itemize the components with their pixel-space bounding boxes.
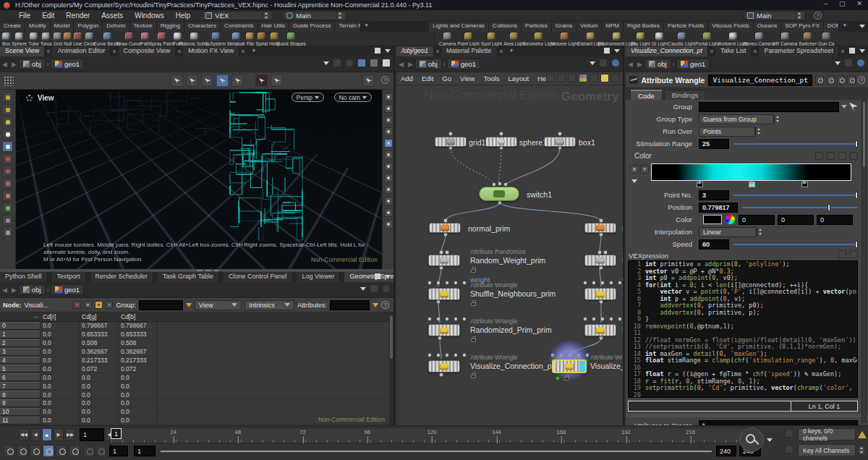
menu-edit[interactable]: Edit <box>36 12 60 20</box>
ramp-delete-point-button[interactable]: × <box>630 165 639 174</box>
key-all-channels-dropdown[interactable]: Key All Channels <box>798 444 856 456</box>
sticky-note-icon[interactable] <box>600 74 609 82</box>
frame-range-icon[interactable] <box>56 445 67 457</box>
ramp-move-icon[interactable] <box>827 152 835 160</box>
back-icon[interactable]: ◀ <box>628 61 633 68</box>
interpolation-dropdown[interactable]: Linear <box>699 227 757 237</box>
pane-menu-icon[interactable] <box>859 49 865 53</box>
path-obj[interactable]: obj <box>19 59 46 69</box>
shadows-icon[interactable] <box>384 150 393 159</box>
right-main-selector[interactable]: Main <box>744 11 806 20</box>
node-visualize-connection-prim[interactable] <box>428 360 460 372</box>
shelf-tab[interactable]: Collisions <box>489 22 522 32</box>
node-random-weight-prim-right[interactable] <box>584 255 616 266</box>
play-reverse-button[interactable]: ◀ <box>30 428 41 441</box>
section-divider[interactable] <box>626 414 868 417</box>
cell-cdr[interactable]: 0.0 <box>41 348 80 356</box>
node-randomized-prim-prim-right[interactable] <box>584 324 616 336</box>
ramp-scale-icon[interactable] <box>838 152 846 160</box>
material-icon[interactable] <box>384 127 393 136</box>
group-dropdown-icon[interactable] <box>841 105 847 108</box>
playback-options-icon[interactable] <box>69 445 80 457</box>
back-icon[interactable]: ◀ <box>2 61 7 68</box>
node-box1[interactable] <box>544 137 576 147</box>
parameter-help-icon[interactable]: ? <box>858 76 865 84</box>
brush-icon[interactable] <box>826 75 835 85</box>
handles-tool-icon[interactable] <box>186 74 198 87</box>
node-shuffle-neighbours-prim-right[interactable] <box>584 288 616 300</box>
tab-textport[interactable]: Textport <box>52 272 86 282</box>
row-index[interactable]: 7 <box>0 382 41 390</box>
pointer-highlight-icon[interactable] <box>95 301 103 309</box>
cell-cdb[interactable]: 0.0 <box>119 373 158 381</box>
node-shuffle-neighbours-prim[interactable] <box>428 288 460 300</box>
node-random-weight-prim[interactable] <box>428 255 460 266</box>
tab-take-list[interactable]: Take List <box>715 46 752 56</box>
path-geo1[interactable]: geo1 <box>51 59 84 69</box>
render-view-icon[interactable] <box>255 74 268 87</box>
pointer-icon[interactable] <box>2 129 13 140</box>
group-filter-input[interactable] <box>139 300 183 310</box>
row-index[interactable]: 8 <box>0 391 41 399</box>
pose-icon[interactable] <box>2 190 13 201</box>
view-tool-icon[interactable] <box>2 92 13 103</box>
filter-icon[interactable] <box>373 303 378 307</box>
scene-viewport[interactable]: View Persp No cam Left mouse tumbles. Mi… <box>16 90 385 269</box>
wireframe-icon[interactable] <box>384 174 393 182</box>
shelf-overflow-icon[interactable] <box>859 25 865 28</box>
play-flipbook-icon[interactable] <box>611 74 620 82</box>
jump-to-start-button[interactable]: ◀◀ <box>19 428 29 441</box>
path-geo1[interactable]: geo1 <box>51 284 84 295</box>
path-obj[interactable]: obj <box>19 284 46 295</box>
path-dropdown-icon[interactable] <box>835 61 841 65</box>
compare-icon[interactable] <box>847 75 856 85</box>
playhead[interactable]: 1 <box>111 428 122 439</box>
cell-cdb[interactable]: 0.0 <box>119 417 158 425</box>
key-all-spinner[interactable] <box>858 446 864 454</box>
right-main-spinner[interactable] <box>796 12 802 20</box>
table-row[interactable]: 2 0.0 0.508 0.508 <box>0 339 389 348</box>
shelf-tab[interactable]: Model <box>51 22 75 32</box>
box-zoom-tool-icon[interactable] <box>231 74 244 87</box>
shelf-tab[interactable]: Rigging <box>157 22 184 32</box>
ramp-collapse-icon[interactable] <box>631 179 637 183</box>
select-arrow-icon[interactable] <box>849 103 858 111</box>
current-frame-field[interactable]: 1 <box>80 428 104 441</box>
vex-code-editor[interactable]: 1int primitive = addprim(0, 'polyline');… <box>628 260 858 398</box>
tab-clone-control-panel[interactable]: Clone Control Panel <box>224 272 293 282</box>
forward-icon[interactable]: ▶ <box>408 61 413 68</box>
filter-icon[interactable] <box>186 303 192 307</box>
cell-cdr[interactable]: 0.0 <box>41 331 80 338</box>
ramp-options-icon[interactable] <box>850 152 858 160</box>
shelf-tab[interactable]: Characters <box>184 22 221 32</box>
tab-render-scheduler[interactable]: Render Scheduler <box>90 272 154 282</box>
shelf-tab[interactable]: Modify <box>25 22 51 32</box>
auto-key-icon[interactable] <box>785 445 793 453</box>
back-icon[interactable]: ◀ <box>2 286 7 294</box>
shelf-tab[interactable]: Polygon <box>74 22 103 32</box>
shelf-tab[interactable]: Hair Utils <box>258 22 289 32</box>
node-normal-prim[interactable] <box>429 223 461 233</box>
table-row[interactable]: 9 0.0 0.0 0.0 <box>0 399 389 408</box>
view-gear-icon[interactable] <box>26 95 33 101</box>
keys-channels-button[interactable]: 0 keys, 0/0 channels <box>798 428 856 440</box>
slider-handle[interactable] <box>855 241 858 248</box>
node-visualize-connection-pt-selected[interactable] <box>552 359 587 373</box>
path-geo1[interactable]: geo1 <box>676 59 710 69</box>
select-tool-icon[interactable] <box>171 74 183 87</box>
stop-button[interactable]: ■ <box>42 428 52 441</box>
shelf-tab[interactable]: Particles <box>522 22 552 32</box>
row-index[interactable]: 3 <box>0 348 41 356</box>
cell-cdg[interactable]: 0.0 <box>80 408 119 416</box>
pane-menu-icon[interactable] <box>385 275 391 278</box>
shelf-tab[interactable]: Deform <box>103 22 129 32</box>
shelf-tab[interactable]: Constraints <box>221 22 258 32</box>
ramp-add-point-button[interactable]: + <box>640 165 649 174</box>
view-options-icon[interactable] <box>2 227 13 238</box>
cell-cdb[interactable]: 0.217333 <box>119 357 158 365</box>
shelf-tab[interactable]: Texture <box>130 22 157 32</box>
row-index[interactable]: 9 <box>0 399 41 407</box>
col-cdr[interactable]: Cd[r] <box>41 312 80 321</box>
color-swatch[interactable] <box>703 215 722 224</box>
row-index[interactable]: 5 <box>0 365 41 372</box>
